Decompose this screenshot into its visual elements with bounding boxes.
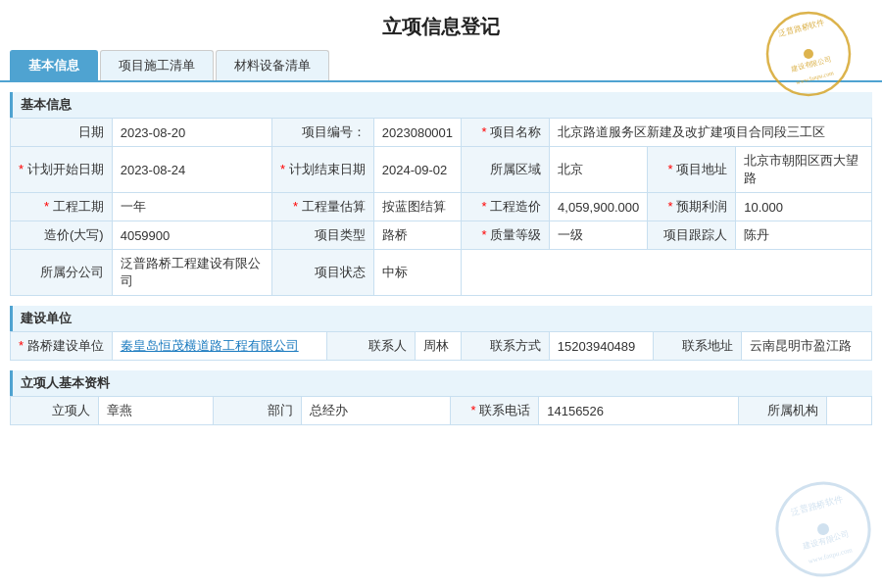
construction-unit-section: 建设单位 路桥建设单位 秦皇岛恒茂横道路工程有限公司 联系人 周林 联系方式 1… [10,306,872,361]
label-status: 项目状态 [272,250,374,296]
label-contact: 联系人 [326,332,415,361]
value-status: 中标 [373,250,461,296]
label-company: 所属分公司 [11,250,113,296]
empty-cell [462,250,872,296]
page-wrapper: 泛普路桥软件 建设有限公司 www.fanpu.com 立项信息登记 基本信息 … [0,0,882,588]
label-start-date: 计划开始日期 [11,147,113,193]
label-end-date: 计划结束日期 [272,147,374,193]
table-row: 造价(大写) 4059900 项目类型 路桥 质量等级 一级 项目跟踪人 陈丹 [11,221,872,250]
value-address: 北京市朝阳区西大望路 [736,147,872,193]
table-row: 立项人 章燕 部门 总经办 联系电话 14156526 所属机构 [11,397,872,425]
value-dept: 总经办 [301,397,450,425]
label-dept: 部门 [213,397,301,425]
label-org: 所属机构 [738,397,826,425]
applicant-info-table: 立项人 章燕 部门 总经办 联系电话 14156526 所属机构 [10,396,872,425]
value-tracker: 陈丹 [736,221,872,250]
value-estimate: 按蓝图结算 [373,193,461,221]
basic-info-table: 日期 2023-08-20 项目编号： 2023080001 项目名称 北京路道… [10,118,872,296]
label-builder: 路桥建设单位 [11,332,113,361]
construction-unit-title: 建设单位 [10,306,872,331]
value-duration: 一年 [112,193,271,221]
table-row: 路桥建设单位 秦皇岛恒茂横道路工程有限公司 联系人 周林 联系方式 152039… [11,332,872,361]
label-project-name: 项目名称 [462,119,550,147]
value-quality: 一级 [550,221,648,250]
label-tel: 联系电话 [451,397,539,425]
label-project-no: 项目编号： [272,119,374,147]
table-row: 工程工期 一年 工程量估算 按蓝图结算 工程造价 4,059,900.000 预… [11,193,872,221]
label-duration: 工程工期 [11,193,113,221]
construction-unit-table: 路桥建设单位 秦皇岛恒茂横道路工程有限公司 联系人 周林 联系方式 152039… [10,331,872,361]
label-cost: 工程造价 [462,193,550,221]
label-quality: 质量等级 [462,221,550,250]
value-profit: 10.000 [736,193,872,221]
value-tel: 14156526 [539,397,739,425]
label-tracker: 项目跟踪人 [648,221,736,250]
label-profit: 预期利润 [648,193,736,221]
svg-text:www.fanpu.com: www.fanpu.com [796,70,835,85]
value-project-type: 路桥 [373,221,461,250]
value-date: 2023-08-20 [112,119,271,147]
label-project-type: 项目类型 [272,221,374,250]
value-builder[interactable]: 秦皇岛恒茂横道路工程有限公司 [112,332,326,361]
label-contact-addr: 联系地址 [653,332,741,361]
label-region: 所属区域 [462,147,550,193]
bottom-watermark: 泛普路桥软件 建设有限公司 www.fanpu.com [763,469,882,588]
tab-basic[interactable]: 基本信息 [10,50,98,80]
tab-materials[interactable]: 材料设备清单 [216,50,329,80]
table-row: 计划开始日期 2023-08-24 计划结束日期 2024-09-02 所属区域… [11,147,872,193]
page-title: 立项信息登记 [0,0,882,50]
applicant-info-title: 立项人基本资料 [10,370,872,396]
value-cost: 4,059,900.000 [550,193,648,221]
label-estimate: 工程量估算 [272,193,374,221]
company-stamp: 泛普路桥软件 建设有限公司 www.fanpu.com [764,10,853,98]
value-project-name: 北京路道服务区新建及改扩建项目合同段三工区 [550,119,872,147]
value-contact: 周林 [415,332,461,361]
label-phone: 联系方式 [461,332,549,361]
basic-info-section: 基本信息 日期 2023-08-20 项目编号： 2023080001 项目名称… [10,92,872,296]
svg-text:泛普路桥软件: 泛普路桥软件 [790,494,844,517]
value-end-date: 2024-09-02 [373,147,461,193]
value-org [826,397,871,425]
builder-link[interactable]: 秦皇岛恒茂横道路工程有限公司 [121,338,299,353]
applicant-info-section: 立项人基本资料 立项人 章燕 部门 总经办 联系电话 14156526 所属机构 [10,370,872,425]
value-project-no: 2023080001 [373,119,461,147]
table-row: 所属分公司 泛普路桥工程建设有限公司 项目状态 中标 [11,250,872,296]
svg-text:www.fanpu.com: www.fanpu.com [808,546,854,565]
value-company: 泛普路桥工程建设有限公司 [112,250,271,296]
value-phone: 15203940489 [549,332,653,361]
value-start-date: 2023-08-24 [112,147,271,193]
value-cost-big: 4059900 [112,221,271,250]
table-row: 日期 2023-08-20 项目编号： 2023080001 项目名称 北京路道… [11,119,872,147]
tab-construction[interactable]: 项目施工清单 [100,50,214,80]
svg-point-1 [804,49,813,59]
value-region: 北京 [550,147,648,193]
tabs-bar: 基本信息 项目施工清单 材料设备清单 [0,50,882,82]
value-contact-addr: 云南昆明市盈江路 [741,332,871,361]
value-applicant: 章燕 [99,397,214,425]
label-date: 日期 [11,119,113,147]
label-cost-big: 造价(大写) [11,221,113,250]
label-applicant: 立项人 [11,397,99,425]
basic-info-title: 基本信息 [10,92,872,118]
label-address: 项目地址 [648,147,736,193]
